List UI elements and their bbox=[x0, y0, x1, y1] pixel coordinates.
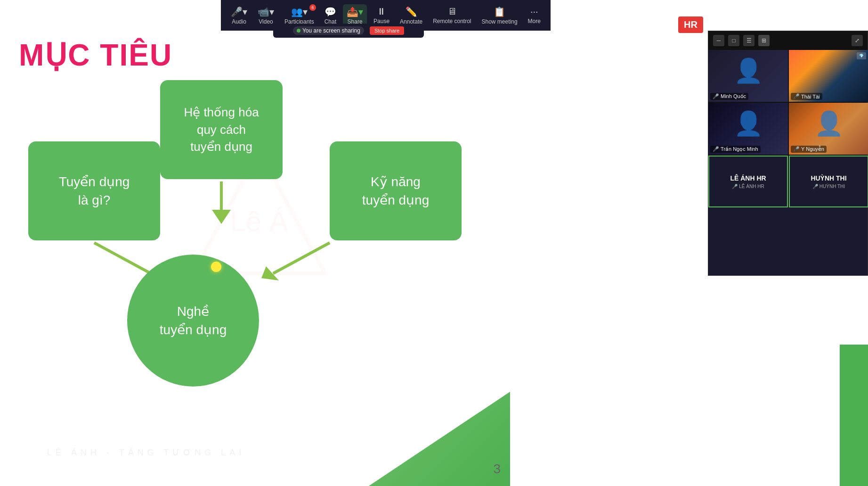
participant-thai-tai: 💎 🎤 Thái Tài bbox=[789, 50, 868, 102]
huynh-thi-sub: 🎤 HUỲNH THI bbox=[812, 184, 845, 189]
participant-y-nguyen: 👤 🎤 Y Nguyễn bbox=[789, 103, 868, 155]
participant-huynh-thi: HUỲNH THI 🎤 HUỲNH THI bbox=[789, 156, 868, 207]
tran-ngoc-name: 🎤 Trần Ngọc Minh bbox=[710, 146, 761, 153]
slide-area: MỤC TIÊU Lê Á LÊ ÁNH - TẦNG TƯƠNG LAI H bbox=[0, 0, 510, 486]
toolbar-remote[interactable]: 🖥 Remote control bbox=[429, 4, 475, 26]
circle-bottom: Nghề tuyển dụng bbox=[127, 255, 259, 387]
panel-list-button[interactable]: ☰ bbox=[743, 35, 754, 46]
page-number: 3 bbox=[493, 461, 501, 477]
toolbar-more[interactable]: ··· More bbox=[524, 4, 544, 26]
minh-quoc-mic-icon: 🎤 bbox=[713, 93, 719, 99]
panel-minimize-button[interactable]: ─ bbox=[713, 35, 724, 46]
stop-share-button[interactable]: Stop share bbox=[370, 26, 404, 35]
participant-tran-ngoc: 👤 🎤 Trần Ngọc Minh bbox=[708, 103, 788, 155]
remote-label: Remote control bbox=[433, 18, 471, 25]
huynh-thi-name: HUỲNH THI bbox=[811, 174, 846, 182]
chat-icon: 💬 bbox=[324, 6, 336, 17]
panel-grid-button[interactable]: ⊞ bbox=[758, 35, 770, 46]
y-nguyen-mic-icon: 🎤 bbox=[793, 146, 800, 152]
share-icon: 📤▾ bbox=[347, 6, 363, 17]
participant-le-anh-hr: LÊ ÁNH HR 🎤 LÊ ÁNH HR bbox=[708, 156, 788, 207]
box-left: Tuyển dụng là gì? bbox=[28, 141, 160, 240]
panel-header: ─ □ ☰ ⊞ ⤢ bbox=[708, 31, 868, 50]
video-label: Video bbox=[259, 18, 273, 25]
toolbar-pause[interactable]: ⏸ Pause bbox=[370, 4, 393, 26]
svg-line-4 bbox=[94, 243, 151, 273]
panel-expand-button[interactable]: ⤢ bbox=[852, 35, 863, 46]
toolbar-showmeeting[interactable]: 📋 Show meeting bbox=[478, 4, 521, 27]
svg-marker-3 bbox=[212, 210, 231, 224]
participants-badge: 6 bbox=[309, 4, 316, 11]
thai-tai-company-logo: 💎 bbox=[857, 52, 866, 59]
hr-badge: HR bbox=[678, 16, 703, 33]
share-status-dot bbox=[297, 29, 300, 33]
box-top: Hệ thống hóa quy cách tuyển dụng bbox=[160, 80, 283, 179]
thai-tai-name: 🎤 Thái Tài bbox=[791, 93, 822, 100]
svg-marker-7 bbox=[261, 266, 279, 280]
annotate-icon: ✏️ bbox=[406, 6, 417, 17]
showmeeting-icon: 📋 bbox=[494, 6, 505, 17]
minh-quoc-name: 🎤 Minh Quốc bbox=[710, 93, 748, 100]
showmeeting-label: Show meeting bbox=[482, 18, 518, 25]
audio-icon: 🎤▾ bbox=[231, 6, 247, 17]
le-anh-hr-sub: 🎤 LÊ ÁNH HR bbox=[732, 184, 764, 189]
tran-ngoc-mic-icon: 🎤 bbox=[713, 146, 719, 152]
sharing-bar: You are screen sharing Stop share bbox=[273, 24, 424, 38]
share-status-text: You are screen sharing bbox=[302, 27, 360, 34]
more-icon: ··· bbox=[530, 6, 538, 17]
cursor-dot bbox=[211, 262, 221, 272]
participants-grid: 👤 🎤 Minh Quốc 💎 🎤 Thái Tài 👤 🎤 Trần Ngọc… bbox=[708, 50, 868, 207]
svg-line-6 bbox=[273, 243, 330, 273]
tran-ngoc-silhouette: 👤 bbox=[734, 110, 763, 137]
more-label: More bbox=[528, 18, 541, 25]
right-green-stripe bbox=[840, 345, 868, 486]
thai-tai-mic-icon: 🎤 bbox=[793, 93, 800, 99]
minh-quoc-silhouette: 👤 bbox=[734, 57, 763, 84]
huynh-thi-mic-icon: 🎤 bbox=[812, 184, 818, 189]
panel-restore-button[interactable]: □ bbox=[728, 35, 739, 46]
share-status-indicator: You are screen sharing bbox=[293, 26, 364, 35]
le-anh-hr-name: LÊ ÁNH HR bbox=[730, 174, 766, 182]
remote-icon: 🖥 bbox=[447, 6, 457, 17]
audio-label: Audio bbox=[232, 18, 246, 25]
le-anh-mic-icon: 🎤 bbox=[732, 184, 738, 189]
participants-icon: 👥▾ bbox=[291, 6, 308, 17]
box-right: Kỹ năng tuyển dụng bbox=[330, 141, 462, 240]
slide-title: MỤC TIÊU bbox=[19, 38, 172, 73]
toolbar-audio[interactable]: 🎤▾ Audio bbox=[227, 4, 251, 27]
watermark-text: LÊ ÁNH - TẦNG TƯƠNG LAI bbox=[47, 447, 245, 458]
y-nguyen-name: 🎤 Y Nguyễn bbox=[791, 146, 827, 153]
y-nguyen-silhouette: 👤 bbox=[814, 110, 844, 137]
video-icon: 📹▾ bbox=[258, 6, 274, 17]
diagram-container: Hệ thống hóa quy cách tuyển dụng Tuyển d… bbox=[0, 66, 510, 443]
participants-panel: ─ □ ☰ ⊞ ⤢ 👤 🎤 Minh Quốc 💎 🎤 Thái Tài bbox=[708, 31, 868, 276]
pause-icon: ⏸ bbox=[377, 6, 386, 17]
participant-minh-quoc: 👤 🎤 Minh Quốc bbox=[708, 50, 788, 102]
